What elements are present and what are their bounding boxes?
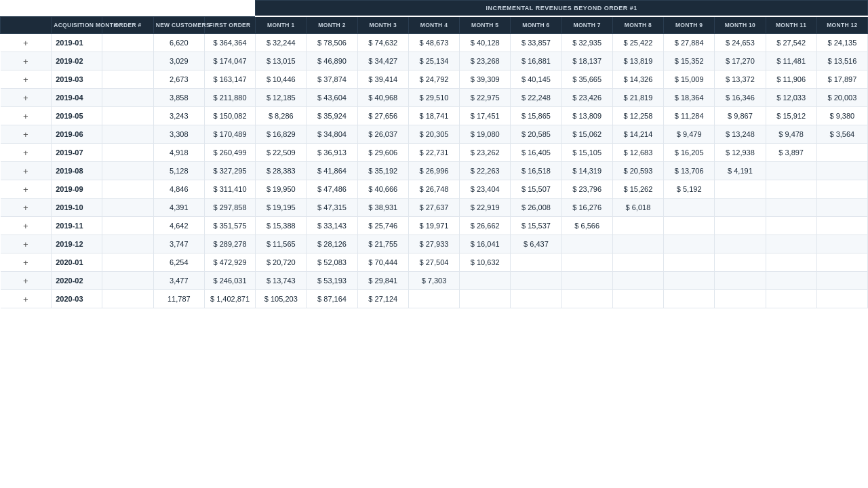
month-11-cell: $ 11,481	[766, 52, 816, 70]
expand-button[interactable]: +	[1, 89, 52, 107]
month-8-cell: $ 13,819	[612, 52, 663, 70]
month-1-cell: $ 32,244	[256, 34, 307, 52]
new-customers-cell: 3,029	[153, 52, 204, 70]
month-2-cell: $ 28,126	[307, 235, 357, 253]
month-11-cell: $ 15,912	[766, 107, 816, 125]
month-10-cell: $ 13,372	[715, 70, 766, 89]
expand-button[interactable]: +	[1, 52, 52, 70]
month-3-cell: $ 40,666	[357, 180, 408, 199]
month-4-cell: $ 26,996	[408, 162, 459, 180]
month-5-cell: $ 23,268	[460, 52, 511, 70]
month-3-cell: $ 27,124	[357, 290, 408, 308]
month-7-cell: $ 23,426	[561, 89, 612, 107]
month-8-cell: $ 25,422	[612, 34, 663, 52]
month-2-header: MONTH 2	[307, 16, 357, 34]
first-order-cell: $ 211,880	[204, 89, 255, 107]
month-6-cell: $ 6,437	[511, 235, 561, 253]
month-7-cell	[561, 253, 612, 272]
month-4-cell: $ 20,305	[408, 125, 459, 144]
month-5-cell	[460, 272, 511, 290]
month-9-cell: $ 11,284	[664, 107, 715, 125]
month-7-cell: $ 14,319	[561, 162, 612, 180]
month-3-header: MONTH 3	[357, 16, 408, 34]
table-row: +2019-053,243$ 150,082$ 8,286$ 35,924$ 2…	[1, 107, 868, 125]
month-10-cell	[715, 199, 766, 217]
month-2-cell: $ 43,604	[307, 89, 357, 107]
acq-header-empty	[52, 1, 102, 17]
new-customers-cell: 3,858	[153, 89, 204, 107]
table-row: +2019-123,747$ 289,278$ 11,565$ 28,126$ …	[1, 235, 868, 253]
new-customers-cell: 5,128	[153, 162, 204, 180]
expand-button[interactable]: +	[1, 253, 52, 272]
month-2-cell: $ 37,874	[307, 70, 357, 89]
table-row: +2020-016,254$ 472,929$ 20,720$ 52,083$ …	[1, 253, 868, 272]
expand-button[interactable]: +	[1, 217, 52, 235]
month-7-cell	[561, 290, 612, 308]
first-order-cell: $ 1,402,871	[204, 290, 255, 308]
month-12-cell	[816, 199, 867, 217]
month-4-cell: $ 24,792	[408, 70, 459, 89]
month-4-cell: $ 27,933	[408, 235, 459, 253]
expand-button[interactable]: +	[1, 180, 52, 199]
month-7-cell: $ 6,566	[561, 217, 612, 235]
month-10-cell	[715, 272, 766, 290]
table-row: +2019-094,846$ 311,410$ 19,950$ 47,486$ …	[1, 180, 868, 199]
first-order-cell: $ 174,047	[204, 52, 255, 70]
incremental-label: INCREMENTAL REVENUES BEYOND ORDER #1	[256, 1, 868, 17]
month-1-cell: $ 13,015	[256, 52, 307, 70]
month-5-cell: $ 19,080	[460, 125, 511, 144]
month-6-header: MONTH 6	[511, 16, 561, 34]
month-3-cell: $ 25,746	[357, 217, 408, 235]
month-6-cell: $ 33,857	[511, 34, 561, 52]
month-1-cell: $ 19,195	[256, 199, 307, 217]
first-order-cell: $ 327,295	[204, 162, 255, 180]
new-customers-cell: 4,642	[153, 217, 204, 235]
expand-button[interactable]: +	[1, 107, 52, 125]
month-10-cell	[715, 180, 766, 199]
month-8-cell	[612, 235, 663, 253]
month-1-cell: $ 11,565	[256, 235, 307, 253]
month-7-cell: $ 32,935	[561, 34, 612, 52]
acq-month-cell: 2019-04	[52, 89, 102, 107]
month-5-cell	[460, 290, 511, 308]
month-1-cell: $ 105,203	[256, 290, 307, 308]
month-1-cell: $ 13,743	[256, 272, 307, 290]
month-2-cell: $ 36,913	[307, 144, 357, 162]
month-7-cell: $ 23,796	[561, 180, 612, 199]
month-5-cell: $ 23,404	[460, 180, 511, 199]
month-3-cell: $ 70,444	[357, 253, 408, 272]
month-6-cell: $ 15,537	[511, 217, 561, 235]
month-1-cell: $ 8,286	[256, 107, 307, 125]
expand-button[interactable]: +	[1, 199, 52, 217]
month-12-cell: $ 9,380	[816, 107, 867, 125]
first-order-header: FIRST ORDER	[204, 16, 255, 34]
expand-button[interactable]: +	[1, 144, 52, 162]
expand-button[interactable]: +	[1, 235, 52, 253]
month-4-header: MONTH 4	[408, 16, 459, 34]
expand-button[interactable]: +	[1, 272, 52, 290]
order-header-empty	[102, 1, 153, 17]
month-8-header: MONTH 8	[612, 16, 663, 34]
acq-month-cell: 2019-06	[52, 125, 102, 144]
expand-button[interactable]: +	[1, 162, 52, 180]
acq-month-cell: 2020-01	[52, 253, 102, 272]
month-8-cell: $ 6,018	[612, 199, 663, 217]
month-2-cell: $ 33,143	[307, 217, 357, 235]
month-2-cell: $ 78,506	[307, 34, 357, 52]
month-7-cell: $ 13,809	[561, 107, 612, 125]
month-8-cell: $ 14,214	[612, 125, 663, 144]
first-order-cell: $ 150,082	[204, 107, 255, 125]
plus-header-empty	[1, 1, 52, 17]
month-5-cell: $ 16,041	[460, 235, 511, 253]
expand-button[interactable]: +	[1, 290, 52, 308]
month-10-cell: $ 12,938	[715, 144, 766, 162]
expand-button[interactable]: +	[1, 125, 52, 144]
month-2-cell: $ 52,083	[307, 253, 357, 272]
month-10-cell: $ 9,867	[715, 107, 766, 125]
expand-button[interactable]: +	[1, 70, 52, 89]
month-10-cell: $ 4,191	[715, 162, 766, 180]
order-num-cell	[102, 89, 153, 107]
order-num-cell	[102, 144, 153, 162]
month-5-cell: $ 23,262	[460, 144, 511, 162]
expand-button[interactable]: +	[1, 34, 52, 52]
